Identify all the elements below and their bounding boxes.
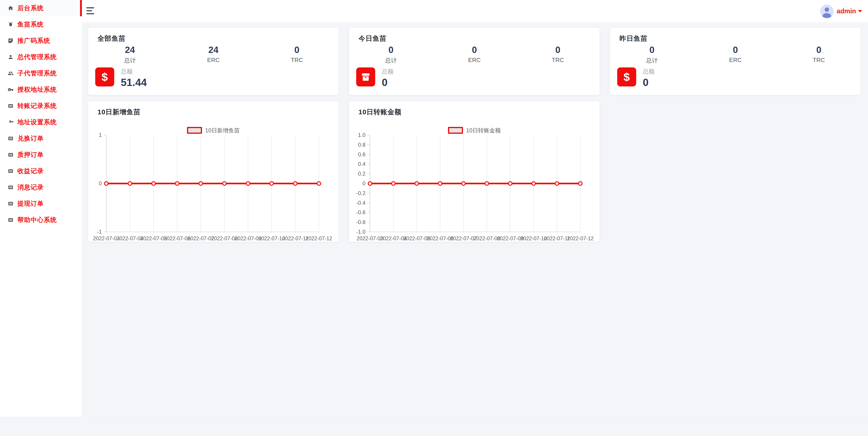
sidebar-item-fry-system[interactable]: 鱼苗系统 bbox=[0, 16, 82, 33]
sidebar-item-promo-code[interactable]: 推广码系统 bbox=[0, 33, 82, 49]
svg-text:-1.0: -1.0 bbox=[356, 229, 366, 235]
stat-card-yesterday-fry: 昨日鱼苗 0总计 0ERC 0TRC $ 总额 0 bbox=[610, 28, 861, 95]
svg-text:2022-07-11: 2022-07-11 bbox=[544, 236, 570, 241]
card-title: 今日鱼苗 bbox=[359, 34, 386, 43]
chevron-down-icon bbox=[858, 10, 862, 12]
sidebar-item-label: 授权地址系统 bbox=[18, 85, 57, 94]
sidebar-item-agent-admin[interactable]: 总代管理系统 bbox=[0, 49, 82, 65]
sidebar-item-label: 提现订单 bbox=[18, 199, 44, 208]
svg-text:0: 0 bbox=[99, 180, 102, 186]
chart-legend[interactable]: 10日转账金额 bbox=[349, 127, 599, 134]
sidebar-item-subagent-admin[interactable]: 子代管理系统 bbox=[0, 65, 82, 82]
svg-text:2022-07-03: 2022-07-03 bbox=[356, 236, 383, 241]
card-title: 昨日鱼苗 bbox=[619, 34, 648, 43]
stat-trc: 0TRC bbox=[777, 45, 861, 64]
sidebar-item-label: 消息记录 bbox=[18, 183, 44, 192]
stat-erc: 0ERC bbox=[694, 45, 777, 64]
group-icon bbox=[8, 70, 13, 76]
svg-text:0.8: 0.8 bbox=[358, 142, 366, 148]
total-amount: 总额 0 bbox=[643, 68, 654, 88]
sidebar-item-help-center[interactable]: 帮助中心系统 bbox=[0, 212, 82, 228]
key-off-icon bbox=[8, 119, 13, 125]
legend-swatch bbox=[187, 127, 202, 134]
sidebar-item-label: 鱼苗系统 bbox=[18, 20, 44, 29]
total-amount: 总额 51.44 bbox=[121, 68, 147, 88]
sidebar-item-label: 质押订单 bbox=[18, 150, 44, 159]
sidebar: 后台系统 鱼苗系统 推广码系统 总代管理系统 子代管理系统 授权地址系统 转账记… bbox=[0, 0, 82, 417]
sidebar-item-label: 推广码系统 bbox=[18, 36, 50, 45]
cow-icon bbox=[8, 22, 13, 27]
svg-text:-0.8: -0.8 bbox=[356, 219, 366, 225]
dollar-icon: $ bbox=[617, 67, 636, 86]
svg-text:0.2: 0.2 bbox=[358, 171, 366, 177]
svg-text:-1: -1 bbox=[97, 229, 102, 235]
chart-legend[interactable]: 10日新增鱼苗 bbox=[88, 127, 339, 134]
svg-text:2022-07-05: 2022-07-05 bbox=[403, 236, 430, 241]
sidebar-item-label: 地址设置系统 bbox=[18, 118, 57, 126]
line-chart-canvas: 10-12022-07-032022-07-042022-07-052022-0… bbox=[88, 101, 339, 242]
card-icon bbox=[8, 168, 13, 174]
total-amount: 总额 0 bbox=[382, 68, 394, 88]
card-icon bbox=[8, 184, 13, 190]
svg-text:2022-07-10: 2022-07-10 bbox=[258, 236, 285, 241]
card-icon bbox=[8, 217, 13, 223]
stat-erc: 24ERC bbox=[172, 45, 255, 64]
chart-card-transfer-amount: 10日转账金额 10日转账金额 1.00.80.60.40.20-0.2-0.4… bbox=[349, 101, 599, 242]
footer-divider bbox=[0, 417, 868, 417]
sidebar-item-withdraw-orders[interactable]: 提现订单 bbox=[0, 196, 82, 212]
svg-text:2022-07-06: 2022-07-06 bbox=[164, 236, 191, 241]
svg-text:2022-07-07: 2022-07-07 bbox=[187, 236, 214, 241]
user-avatar-icon bbox=[820, 4, 834, 18]
home-icon bbox=[8, 5, 13, 11]
sidebar-item-transfer-records[interactable]: 转账记录系统 bbox=[0, 98, 82, 114]
sidebar-item-label: 收益记录 bbox=[18, 167, 44, 175]
svg-text:2022-07-10: 2022-07-10 bbox=[520, 236, 547, 241]
svg-text:2022-07-09: 2022-07-09 bbox=[235, 236, 261, 241]
card-icon bbox=[8, 201, 13, 207]
card-icon bbox=[8, 103, 13, 109]
svg-text:2022-07-06: 2022-07-06 bbox=[427, 236, 454, 241]
legend-swatch bbox=[448, 127, 463, 134]
hamburger-icon[interactable] bbox=[86, 7, 95, 15]
sidebar-item-label: 子代管理系统 bbox=[18, 69, 57, 78]
svg-text:2022-07-04: 2022-07-04 bbox=[380, 236, 407, 241]
svg-text:2022-07-03: 2022-07-03 bbox=[93, 236, 120, 241]
svg-text:-0.6: -0.6 bbox=[356, 209, 366, 215]
svg-text:2022-07-05: 2022-07-05 bbox=[140, 236, 167, 241]
user-menu[interactable]: admin bbox=[820, 0, 862, 22]
sidebar-item-label: 转账记录系统 bbox=[18, 101, 57, 110]
svg-text:2022-07-08: 2022-07-08 bbox=[473, 236, 500, 241]
stat-erc: 0ERC bbox=[433, 45, 516, 64]
sidebar-item-label: 总代管理系统 bbox=[18, 53, 57, 61]
stat-card-today-fry: 今日鱼苗 0总计 0ERC 0TRC 总额 0 bbox=[349, 28, 599, 95]
svg-text:2022-07-12: 2022-07-12 bbox=[567, 236, 594, 241]
svg-text:2022-07-09: 2022-07-09 bbox=[497, 236, 524, 241]
sidebar-item-label: 兑换订单 bbox=[18, 134, 44, 143]
sidebar-item-auth-address[interactable]: 授权地址系统 bbox=[0, 82, 82, 98]
sidebar-item-income-records[interactable]: 收益记录 bbox=[0, 163, 82, 179]
svg-text:-0.2: -0.2 bbox=[356, 190, 366, 196]
svg-text:2022-07-04: 2022-07-04 bbox=[117, 236, 144, 241]
stat-trc: 0TRC bbox=[516, 45, 599, 64]
sidebar-item-message-records[interactable]: 消息记录 bbox=[0, 179, 82, 196]
svg-text:0.4: 0.4 bbox=[358, 161, 366, 167]
legend-label: 10日转账金额 bbox=[466, 127, 501, 134]
archive-icon bbox=[356, 67, 375, 86]
legend-label: 10日新增鱼苗 bbox=[205, 127, 240, 134]
username: admin bbox=[837, 7, 856, 15]
topbar: admin bbox=[82, 0, 868, 22]
sidebar-item-address-settings[interactable]: 地址设置系统 bbox=[0, 114, 82, 130]
svg-text:2022-07-11: 2022-07-11 bbox=[282, 236, 308, 241]
stat-total: 0总计 bbox=[610, 45, 694, 64]
sidebar-item-pledge-orders[interactable]: 质押订单 bbox=[0, 147, 82, 163]
key-icon bbox=[8, 87, 13, 92]
sidebar-item-label: 帮助中心系统 bbox=[18, 215, 57, 224]
sidebar-item-exchange-orders[interactable]: 兑换订单 bbox=[0, 130, 82, 147]
svg-text:2022-07-12: 2022-07-12 bbox=[306, 236, 332, 241]
stat-trc: 0TRC bbox=[255, 45, 339, 64]
svg-text:2022-07-07: 2022-07-07 bbox=[450, 236, 477, 241]
stat-card-all-fry: 全部鱼苗 24总计 24ERC 0TRC $ 总额 51.44 bbox=[88, 28, 339, 95]
sidebar-item-backend[interactable]: 后台系统 bbox=[0, 0, 82, 16]
admin-dashboard: 后台系统 鱼苗系统 推广码系统 总代管理系统 子代管理系统 授权地址系统 转账记… bbox=[0, 0, 868, 436]
svg-text:0.6: 0.6 bbox=[358, 151, 366, 157]
